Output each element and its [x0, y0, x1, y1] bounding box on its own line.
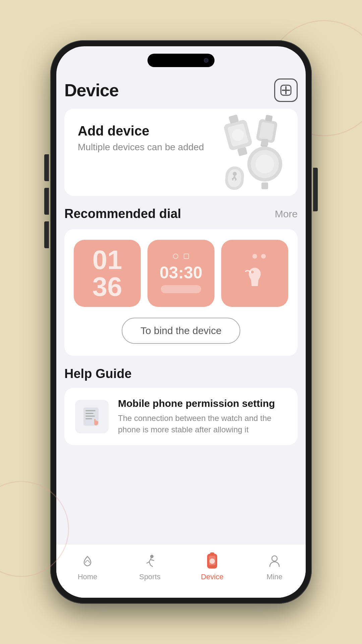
svg-rect-29	[85, 418, 92, 419]
svg-rect-26	[85, 410, 96, 411]
tab-label-device: Device	[201, 573, 223, 581]
svg-point-30	[150, 555, 154, 558]
add-device-card[interactable]: Add device Multiple devices can be added	[64, 109, 298, 196]
help-card[interactable]: Mobile phone permission setting The conn…	[64, 388, 298, 445]
svg-point-35	[272, 556, 277, 561]
add-device-subtitle: Multiple devices can be added	[78, 142, 284, 153]
permission-icon	[80, 405, 104, 428]
tab-item-sports[interactable]: Sports	[119, 550, 181, 581]
recommended-dial-title: Recommended dial	[64, 207, 181, 221]
tab-item-mine[interactable]: Mine	[243, 550, 306, 581]
screen-content: Device Add device Multiple devices can b…	[56, 73, 306, 544]
mine-icon	[266, 552, 283, 570]
add-device-text: Add device Multiple devices can be added	[78, 123, 284, 153]
page-header: Device	[64, 73, 298, 109]
phone-screen: Device Add device Multiple devices can b…	[56, 46, 306, 598]
help-guide-section: Help Guide	[64, 367, 298, 445]
home-icon	[79, 552, 96, 570]
svg-rect-27	[85, 413, 94, 414]
tab-label-sports: Sports	[139, 573, 161, 581]
svg-rect-13	[261, 182, 268, 189]
dial-grid: 01 36 03:30	[74, 240, 288, 307]
tab-bar: Home Sports	[56, 544, 306, 598]
dynamic-island	[147, 54, 215, 67]
dial-item-numbers[interactable]: 01 36	[74, 240, 141, 307]
bottom-spacer	[64, 456, 298, 467]
dial-item-time[interactable]: 03:30	[147, 240, 215, 307]
svg-rect-10	[265, 115, 273, 122]
recommended-dial-header: Recommended dial More	[64, 207, 298, 221]
dial-time-display: 03:30	[160, 263, 202, 282]
tab-item-home[interactable]: Home	[56, 550, 119, 581]
help-guide-title: Help Guide	[64, 367, 298, 381]
bind-device-button[interactable]: To bind the device	[122, 318, 240, 344]
dial-item-horse[interactable]	[221, 240, 288, 307]
more-link[interactable]: More	[275, 208, 298, 220]
svg-point-24	[251, 271, 254, 273]
help-icon	[75, 400, 109, 433]
svg-point-16	[255, 155, 274, 173]
phone-frame: Device Add device Multiple devices can b…	[50, 40, 312, 604]
recommended-dial-card: 01 36 03:30	[64, 229, 298, 356]
page-title: Device	[64, 80, 119, 100]
tab-label-home: Home	[78, 573, 98, 581]
add-device-button[interactable]	[274, 78, 298, 102]
svg-rect-34	[210, 552, 214, 554]
help-text: Mobile phone permission setting The conn…	[118, 398, 287, 435]
horse-icon	[240, 263, 270, 293]
add-device-title: Add device	[78, 123, 284, 139]
camera-dot	[204, 58, 208, 63]
svg-rect-28	[85, 416, 95, 417]
sports-icon	[141, 552, 159, 570]
dial-numbers-display: 01 36	[93, 247, 122, 300]
tab-item-device[interactable]: Device	[181, 550, 243, 581]
device-icon	[203, 552, 221, 570]
svg-point-33	[209, 558, 215, 564]
help-item-title: Mobile phone permission setting	[118, 398, 287, 409]
help-item-desc: The connection between the watch and the…	[118, 413, 287, 435]
tab-label-mine: Mine	[266, 573, 283, 581]
